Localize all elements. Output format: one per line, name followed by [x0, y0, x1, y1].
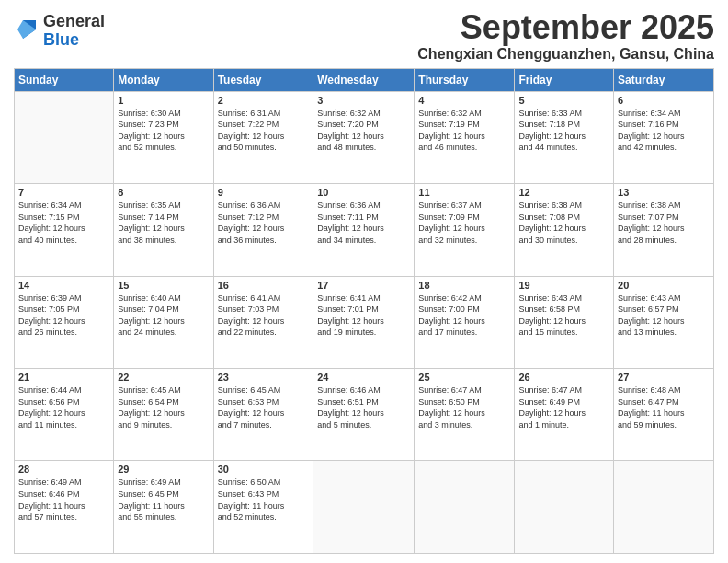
day-info: Sunrise: 6:43 AM Sunset: 6:58 PM Dayligh… [518, 293, 609, 339]
day-info: Sunrise: 6:40 AM Sunset: 7:04 PM Dayligh… [118, 293, 209, 339]
calendar-cell: 5Sunrise: 6:33 AM Sunset: 7:18 PM Daylig… [515, 91, 614, 183]
day-info: Sunrise: 6:38 AM Sunset: 7:07 PM Dayligh… [618, 200, 710, 246]
day-number: 27 [618, 372, 710, 383]
calendar-cell: 23Sunrise: 6:45 AM Sunset: 6:53 PM Dayli… [213, 369, 313, 461]
day-number: 21 [18, 372, 109, 383]
calendar-cell: 8Sunrise: 6:35 AM Sunset: 7:14 PM Daylig… [114, 184, 213, 276]
calendar-week-0: 1Sunrise: 6:30 AM Sunset: 7:23 PM Daylig… [15, 91, 714, 183]
day-info: Sunrise: 6:36 AM Sunset: 7:11 PM Dayligh… [317, 200, 410, 246]
day-header-wednesday: Wednesday [313, 68, 415, 91]
day-info: Sunrise: 6:34 AM Sunset: 7:16 PM Dayligh… [618, 108, 710, 154]
day-info: Sunrise: 6:38 AM Sunset: 7:08 PM Dayligh… [518, 200, 609, 246]
calendar-cell: 30Sunrise: 6:50 AM Sunset: 6:43 PM Dayli… [213, 461, 313, 554]
logo-blue: Blue [43, 30, 79, 49]
calendar-cell: 2Sunrise: 6:31 AM Sunset: 7:22 PM Daylig… [213, 91, 313, 183]
calendar-week-3: 21Sunrise: 6:44 AM Sunset: 6:56 PM Dayli… [15, 369, 714, 461]
day-number: 13 [618, 187, 710, 198]
day-number: 29 [118, 464, 209, 475]
day-info: Sunrise: 6:41 AM Sunset: 7:01 PM Dayligh… [317, 293, 410, 339]
calendar-cell: 10Sunrise: 6:36 AM Sunset: 7:11 PM Dayli… [313, 184, 415, 276]
day-number: 5 [518, 95, 609, 106]
day-info: Sunrise: 6:39 AM Sunset: 7:05 PM Dayligh… [18, 293, 109, 339]
calendar-cell: 11Sunrise: 6:37 AM Sunset: 7:09 PM Dayli… [415, 184, 515, 276]
calendar-cell: 18Sunrise: 6:42 AM Sunset: 7:00 PM Dayli… [415, 276, 515, 368]
logo-general: General [43, 12, 105, 30]
day-info: Sunrise: 6:49 AM Sunset: 6:46 PM Dayligh… [18, 477, 109, 523]
day-number: 16 [218, 280, 310, 291]
day-info: Sunrise: 6:30 AM Sunset: 7:23 PM Dayligh… [118, 108, 209, 154]
day-info: Sunrise: 6:32 AM Sunset: 7:19 PM Dayligh… [418, 108, 510, 154]
day-header-saturday: Saturday [614, 68, 714, 91]
day-info: Sunrise: 6:31 AM Sunset: 7:22 PM Dayligh… [218, 108, 310, 154]
day-number: 23 [218, 372, 310, 383]
calendar-cell: 28Sunrise: 6:49 AM Sunset: 6:46 PM Dayli… [15, 461, 114, 554]
location-title: Chengxian Chengguanzhen, Gansu, China [417, 46, 714, 63]
day-number: 30 [218, 464, 310, 475]
day-number: 9 [218, 187, 310, 198]
calendar-week-4: 28Sunrise: 6:49 AM Sunset: 6:46 PM Dayli… [15, 461, 714, 554]
calendar-cell: 29Sunrise: 6:49 AM Sunset: 6:45 PM Dayli… [114, 461, 213, 554]
day-number: 22 [118, 372, 209, 383]
day-info: Sunrise: 6:44 AM Sunset: 6:56 PM Dayligh… [18, 385, 109, 431]
day-number: 12 [518, 187, 609, 198]
day-info: Sunrise: 6:35 AM Sunset: 7:14 PM Dayligh… [118, 200, 209, 246]
day-number: 18 [418, 280, 510, 291]
day-info: Sunrise: 6:41 AM Sunset: 7:03 PM Dayligh… [218, 293, 310, 339]
calendar-cell: 9Sunrise: 6:36 AM Sunset: 7:12 PM Daylig… [213, 184, 313, 276]
day-number: 10 [317, 187, 410, 198]
day-number: 6 [618, 95, 710, 106]
calendar-cell: 24Sunrise: 6:46 AM Sunset: 6:51 PM Dayli… [313, 369, 415, 461]
logo-icon [14, 17, 40, 42]
day-number: 8 [118, 187, 209, 198]
calendar-cell: 16Sunrise: 6:41 AM Sunset: 7:03 PM Dayli… [213, 276, 313, 368]
header: General Blue September 2025 Chengxian Ch… [14, 9, 714, 63]
day-number: 7 [18, 187, 109, 198]
day-number: 15 [118, 280, 209, 291]
calendar-week-2: 14Sunrise: 6:39 AM Sunset: 7:05 PM Dayli… [15, 276, 714, 368]
day-number: 20 [618, 280, 710, 291]
calendar-cell: 1Sunrise: 6:30 AM Sunset: 7:23 PM Daylig… [114, 91, 213, 183]
day-number: 4 [418, 95, 510, 106]
calendar-cell: 14Sunrise: 6:39 AM Sunset: 7:05 PM Dayli… [15, 276, 114, 368]
day-number: 25 [418, 372, 510, 383]
calendar-cell: 17Sunrise: 6:41 AM Sunset: 7:01 PM Dayli… [313, 276, 415, 368]
day-number: 14 [18, 280, 109, 291]
day-number: 2 [218, 95, 310, 106]
day-info: Sunrise: 6:34 AM Sunset: 7:15 PM Dayligh… [18, 200, 109, 246]
day-info: Sunrise: 6:49 AM Sunset: 6:45 PM Dayligh… [118, 477, 209, 523]
day-info: Sunrise: 6:45 AM Sunset: 6:54 PM Dayligh… [118, 385, 209, 431]
day-info: Sunrise: 6:32 AM Sunset: 7:20 PM Dayligh… [317, 108, 410, 154]
logo: General Blue [14, 13, 105, 50]
calendar-cell [313, 461, 415, 554]
calendar-cell [415, 461, 515, 554]
title-block: September 2025 Chengxian Chengguanzhen, … [417, 9, 714, 63]
day-number: 11 [418, 187, 510, 198]
calendar-cell: 26Sunrise: 6:47 AM Sunset: 6:49 PM Dayli… [515, 369, 614, 461]
calendar-week-1: 7Sunrise: 6:34 AM Sunset: 7:15 PM Daylig… [15, 184, 714, 276]
calendar-cell: 3Sunrise: 6:32 AM Sunset: 7:20 PM Daylig… [313, 91, 415, 183]
day-info: Sunrise: 6:48 AM Sunset: 6:47 PM Dayligh… [618, 385, 710, 431]
day-header-friday: Friday [515, 68, 614, 91]
logo-text: General Blue [43, 13, 105, 50]
calendar-cell: 27Sunrise: 6:48 AM Sunset: 6:47 PM Dayli… [614, 369, 714, 461]
day-info: Sunrise: 6:33 AM Sunset: 7:18 PM Dayligh… [518, 108, 609, 154]
calendar-cell: 22Sunrise: 6:45 AM Sunset: 6:54 PM Dayli… [114, 369, 213, 461]
day-number: 3 [317, 95, 410, 106]
calendar-cell: 25Sunrise: 6:47 AM Sunset: 6:50 PM Dayli… [415, 369, 515, 461]
calendar-header-row: SundayMondayTuesdayWednesdayThursdayFrid… [15, 68, 714, 91]
day-info: Sunrise: 6:47 AM Sunset: 6:49 PM Dayligh… [518, 385, 609, 431]
day-number: 1 [118, 95, 209, 106]
day-info: Sunrise: 6:47 AM Sunset: 6:50 PM Dayligh… [418, 385, 510, 431]
day-info: Sunrise: 6:36 AM Sunset: 7:12 PM Dayligh… [218, 200, 310, 246]
day-number: 19 [518, 280, 609, 291]
day-header-monday: Monday [114, 68, 213, 91]
calendar-cell [15, 91, 114, 183]
calendar-table: SundayMondayTuesdayWednesdayThursdayFrid… [14, 68, 714, 554]
day-number: 28 [18, 464, 109, 475]
day-header-sunday: Sunday [15, 68, 114, 91]
calendar-cell: 7Sunrise: 6:34 AM Sunset: 7:15 PM Daylig… [15, 184, 114, 276]
calendar-cell: 20Sunrise: 6:43 AM Sunset: 6:57 PM Dayli… [614, 276, 714, 368]
day-header-tuesday: Tuesday [213, 68, 313, 91]
day-number: 17 [317, 280, 410, 291]
calendar-cell: 12Sunrise: 6:38 AM Sunset: 7:08 PM Dayli… [515, 184, 614, 276]
